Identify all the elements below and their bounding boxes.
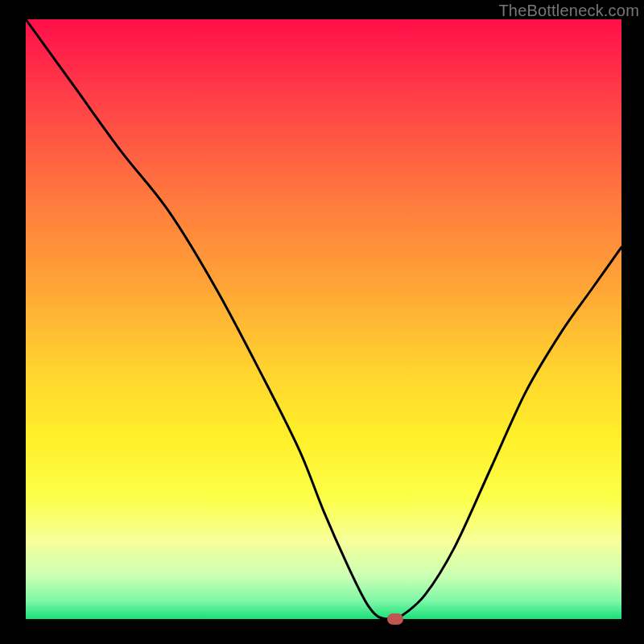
plot-svg xyxy=(26,19,621,619)
chart-frame: TheBottleneck.com xyxy=(0,0,644,644)
gradient-background xyxy=(26,19,621,619)
watermark-text: TheBottleneck.com xyxy=(498,2,639,20)
plot-area xyxy=(26,19,621,619)
optimal-point-marker xyxy=(387,613,403,625)
